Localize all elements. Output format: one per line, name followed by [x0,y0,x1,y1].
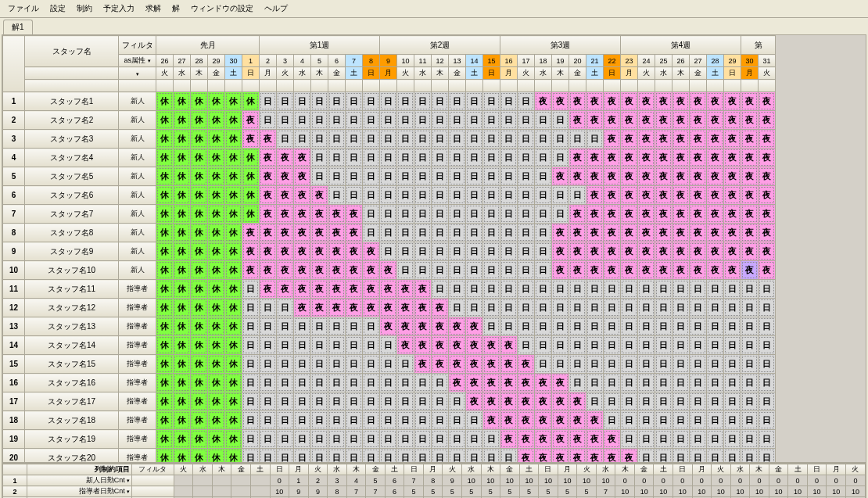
shift-cell[interactable]: 夜 [449,336,466,355]
shift-cell[interactable]: 夜 [604,92,621,111]
shift-cell[interactable]: 夜 [277,242,294,261]
shift-cell[interactable]: 日 [397,261,414,280]
shift-cell[interactable]: 休 [208,317,225,336]
shift-cell[interactable]: 日 [397,205,414,224]
shift-cell[interactable]: 日 [397,374,414,392]
shift-cell[interactable]: 夜 [277,205,294,224]
shift-cell[interactable]: 日 [690,299,707,317]
shift-cell[interactable]: 休 [156,430,174,449]
shift-cell[interactable]: 日 [552,355,569,374]
shift-cell[interactable]: 日 [483,92,500,111]
shift-cell[interactable]: 日 [673,392,690,411]
shift-cell[interactable]: 休 [208,242,225,261]
shift-cell[interactable]: 日 [604,355,621,374]
shift-cell[interactable]: 休 [208,224,225,242]
shift-cell[interactable]: 日 [311,430,328,449]
staff-name[interactable]: スタッフ名15 [25,355,119,374]
shift-cell[interactable]: 休 [225,392,242,411]
shift-cell[interactable]: 休 [156,336,174,355]
shift-cell[interactable]: 夜 [277,224,294,242]
shift-cell[interactable]: 日 [621,336,638,355]
shift-cell[interactable]: 日 [466,261,483,280]
shift-cell[interactable]: 休 [191,355,208,374]
shift-cell[interactable]: 夜 [673,130,690,149]
shift-cell[interactable]: 夜 [311,261,328,280]
shift-cell[interactable]: 日 [500,449,518,464]
shift-cell[interactable]: 休 [191,130,208,149]
shift-cell[interactable]: 夜 [621,224,638,242]
shift-cell[interactable]: 夜 [535,392,552,411]
shift-cell[interactable]: 休 [191,224,208,242]
shift-cell[interactable]: 夜 [655,111,673,130]
shift-cell[interactable]: 日 [500,299,518,317]
shift-cell[interactable]: 休 [225,261,242,280]
shift-cell[interactable]: 夜 [604,167,621,186]
shift-cell[interactable]: 日 [242,411,260,430]
shift-cell[interactable]: 夜 [311,280,328,299]
shift-cell[interactable]: 日 [363,411,380,430]
shift-cell[interactable]: 日 [346,355,363,374]
shift-cell[interactable]: 休 [174,280,191,299]
menu-item[interactable]: 解 [167,2,185,16]
shift-cell[interactable]: 夜 [260,224,277,242]
shift-cell[interactable]: 日 [621,392,638,411]
shift-cell[interactable]: 夜 [535,411,552,430]
shift-cell[interactable]: 日 [535,261,552,280]
shift-cell[interactable]: 日 [638,392,655,411]
shift-cell[interactable]: 夜 [277,261,294,280]
shift-cell[interactable]: 休 [174,149,191,167]
shift-cell[interactable]: 日 [260,299,277,317]
shift-cell[interactable]: 日 [346,449,363,464]
shift-cell[interactable]: 休 [174,392,191,411]
shift-cell[interactable]: 休 [191,242,208,261]
shift-cell[interactable]: 夜 [242,130,260,149]
shift-cell[interactable]: 夜 [346,205,363,224]
shift-cell[interactable]: 休 [242,167,260,186]
shift-cell[interactable]: 日 [518,280,535,299]
shift-cell[interactable]: 日 [449,205,466,224]
staff-name[interactable]: スタッフ名18 [25,411,119,430]
shift-cell[interactable]: 夜 [604,130,621,149]
shift-cell[interactable]: 夜 [260,242,277,261]
shift-cell[interactable]: 休 [225,130,242,149]
shift-cell[interactable]: 日 [449,411,466,430]
shift-cell[interactable]: 夜 [586,449,604,464]
shift-cell[interactable]: 日 [380,355,397,374]
shift-cell[interactable]: 日 [277,355,294,374]
shift-cell[interactable]: 休 [208,92,225,111]
shift-cell[interactable]: 日 [397,186,414,205]
shift-cell[interactable]: 夜 [604,224,621,242]
shift-cell[interactable]: 日 [759,355,776,374]
shift-cell[interactable]: 日 [518,92,535,111]
shift-cell[interactable]: 日 [242,374,260,392]
shift-cell[interactable]: 夜 [260,261,277,280]
shift-cell[interactable]: 夜 [690,242,707,261]
shift-cell[interactable]: 休 [191,449,208,464]
shift-cell[interactable]: 夜 [466,392,483,411]
shift-cell[interactable]: 日 [655,280,673,299]
shift-cell[interactable]: 夜 [311,242,328,261]
shift-cell[interactable]: 日 [277,411,294,430]
shift-cell[interactable]: 日 [724,449,741,464]
shift-cell[interactable]: 日 [294,111,311,130]
shift-cell[interactable]: 日 [397,224,414,242]
shift-cell[interactable]: 日 [397,130,414,149]
main-grid[interactable]: スタッフ名フィルタ先月第1週第2週第3週第4週第as属性 ▾2627282930… [2,34,866,463]
shift-cell[interactable]: 夜 [638,242,655,261]
shift-cell[interactable]: 夜 [604,242,621,261]
shift-cell[interactable]: 休 [225,242,242,261]
shift-cell[interactable]: 夜 [466,317,483,336]
shift-cell[interactable]: 日 [346,317,363,336]
shift-cell[interactable]: 休 [191,336,208,355]
shift-cell[interactable]: 夜 [724,130,741,149]
shift-cell[interactable]: 夜 [363,242,380,261]
shift-cell[interactable]: 休 [174,261,191,280]
shift-cell[interactable]: 夜 [638,261,655,280]
shift-cell[interactable]: 日 [311,317,328,336]
shift-cell[interactable]: 夜 [655,205,673,224]
shift-cell[interactable]: 日 [397,242,414,261]
shift-cell[interactable]: 休 [174,336,191,355]
shift-cell[interactable]: 夜 [586,186,604,205]
shift-cell[interactable]: 日 [569,317,586,336]
shift-cell[interactable]: 日 [346,430,363,449]
